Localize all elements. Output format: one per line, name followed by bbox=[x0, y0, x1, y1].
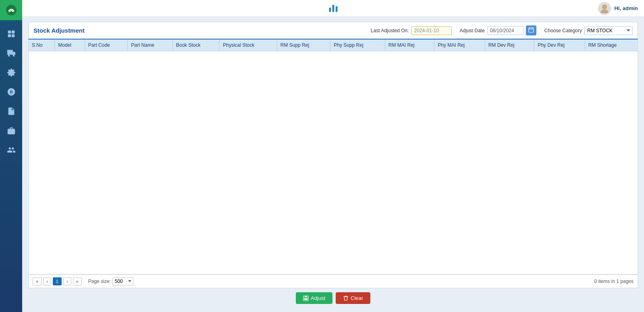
page-content: Stock Adjustment Last Adjusted On: Adjus… bbox=[22, 17, 644, 312]
first-page-button[interactable]: « bbox=[33, 277, 42, 285]
svg-rect-12 bbox=[529, 28, 534, 32]
adjust-button[interactable]: Adjust bbox=[296, 292, 332, 304]
current-page-button[interactable]: 1 bbox=[53, 277, 62, 285]
clear-button[interactable]: Clear bbox=[336, 292, 370, 304]
col-book-stock: Book Stock bbox=[172, 40, 220, 51]
last-adjusted-input[interactable] bbox=[411, 26, 452, 35]
app-logo[interactable] bbox=[0, 0, 22, 20]
adjust-date-label: Adjust Date bbox=[460, 28, 485, 33]
action-bar: Adjust Clear bbox=[28, 288, 638, 307]
dashboard-icon[interactable] bbox=[3, 26, 19, 42]
page-header: Stock Adjustment Last Adjusted On: Adjus… bbox=[28, 22, 638, 40]
last-page-button[interactable]: » bbox=[73, 277, 82, 285]
data-table: S.No Model Part Code Part Name Book Stoc… bbox=[29, 40, 638, 51]
items-count: 0 items in 1 pages bbox=[594, 279, 634, 284]
page-size-select[interactable]: 100 200 500 1000 bbox=[112, 277, 133, 285]
col-phy-mai-rej: Phy MAI Rej bbox=[434, 40, 485, 51]
svg-rect-7 bbox=[329, 8, 331, 12]
category-select[interactable]: RM STOCK FG STOCK WIP STOCK bbox=[584, 26, 633, 35]
col-phy-dev-rej: Phy Dev Rej bbox=[534, 40, 585, 51]
rocket-icon[interactable] bbox=[3, 84, 19, 100]
svg-point-6 bbox=[12, 55, 15, 57]
adjust-date-field: Adjust Date bbox=[460, 25, 536, 35]
pagination-bar: « ‹ 1 › » Page size: 100 200 500 1000 0 … bbox=[28, 275, 638, 288]
user-greeting: Hi, admin bbox=[614, 5, 638, 11]
svg-point-10 bbox=[602, 4, 607, 9]
svg-rect-8 bbox=[332, 5, 334, 12]
col-model: Model bbox=[55, 40, 85, 51]
data-table-container: S.No Model Part Code Part Name Book Stoc… bbox=[28, 40, 638, 275]
chart-icon bbox=[328, 2, 339, 15]
prev-page-button[interactable]: ‹ bbox=[43, 277, 51, 285]
svg-rect-3 bbox=[8, 34, 10, 37]
page-size-label: Page size: bbox=[88, 279, 111, 284]
topbar: Hi, admin bbox=[22, 0, 644, 17]
invoice-icon[interactable] bbox=[3, 103, 19, 119]
svg-rect-16 bbox=[304, 298, 307, 300]
col-physical-stock: Physical Stock bbox=[220, 40, 277, 51]
col-rm-dev-rej: RM Dev Rej bbox=[485, 40, 534, 51]
choose-category-label: Choose Category bbox=[544, 28, 582, 33]
svg-rect-2 bbox=[11, 31, 14, 33]
main-content: Hi, admin Stock Adjustment Last Adjusted… bbox=[22, 0, 644, 312]
table-header-row: S.No Model Part Code Part Name Book Stoc… bbox=[29, 40, 638, 51]
truck-icon[interactable] bbox=[3, 45, 19, 61]
col-part-name: Part Name bbox=[128, 40, 172, 51]
last-adjusted-label: Last Adjusted On: bbox=[371, 28, 409, 33]
settings-icon[interactable] bbox=[3, 64, 19, 81]
next-page-button[interactable]: › bbox=[63, 277, 71, 285]
svg-rect-14 bbox=[532, 27, 533, 29]
last-adjusted-field: Last Adjusted On: bbox=[371, 26, 452, 35]
briefcase-icon[interactable] bbox=[3, 123, 19, 139]
col-phy-supp-rej: Phy Supp Rej bbox=[330, 40, 385, 51]
col-rm-supp-rej: RM Supp Rej bbox=[277, 40, 330, 51]
svg-rect-9 bbox=[335, 6, 337, 12]
page-title: Stock Adjustment bbox=[33, 27, 85, 34]
avatar bbox=[598, 2, 611, 15]
save-icon bbox=[303, 295, 309, 301]
sidebar bbox=[0, 0, 22, 312]
svg-rect-4 bbox=[11, 34, 14, 37]
adjust-button-label: Adjust bbox=[311, 295, 325, 301]
adjust-date-input[interactable] bbox=[487, 26, 524, 35]
svg-rect-1 bbox=[8, 31, 10, 33]
col-sno: S.No bbox=[29, 40, 55, 51]
users-icon[interactable] bbox=[3, 142, 19, 158]
svg-rect-13 bbox=[530, 27, 530, 29]
category-field: Choose Category RM STOCK FG STOCK WIP ST… bbox=[544, 26, 633, 35]
calendar-button[interactable] bbox=[526, 25, 536, 35]
svg-point-5 bbox=[8, 55, 10, 57]
user-info: Hi, admin bbox=[598, 2, 638, 15]
col-rm-shortage: RM Shortage bbox=[585, 40, 638, 51]
col-rm-mai-rej: RM MAI Rej bbox=[385, 40, 434, 51]
clear-button-label: Clear bbox=[351, 295, 363, 301]
col-part-code: Part Code bbox=[85, 40, 128, 51]
trash-icon bbox=[343, 295, 349, 301]
svg-rect-17 bbox=[305, 296, 307, 297]
